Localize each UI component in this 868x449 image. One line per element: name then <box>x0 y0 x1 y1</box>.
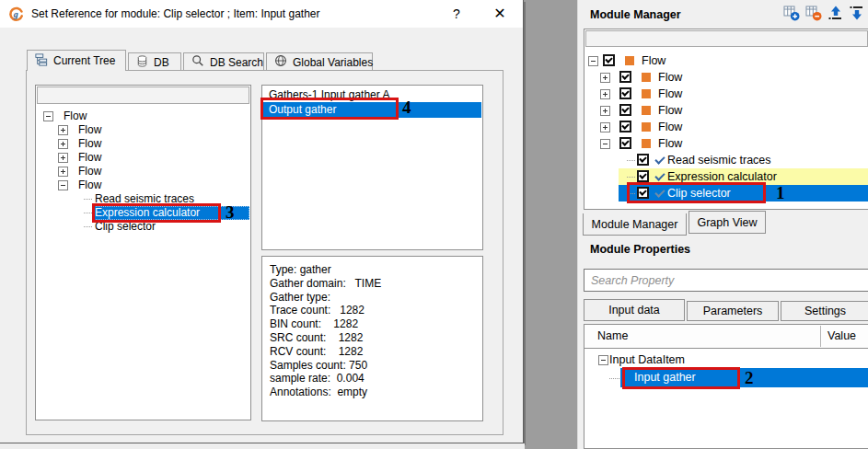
module-item-flow[interactable]: Flow <box>584 86 868 102</box>
info-line: SRC count: 1282 <box>270 331 482 345</box>
tab-module-manager[interactable]: Module Manager <box>583 213 687 236</box>
annotation-box-1 <box>627 182 766 203</box>
annotation-number-4: 4 <box>402 98 411 117</box>
remove-module-icon[interactable] <box>805 5 822 21</box>
tab-label: DB <box>154 56 169 69</box>
flow-icon <box>642 122 651 132</box>
module-manager-title: Module Manager <box>590 8 681 21</box>
tab-db[interactable]: DB <box>128 52 181 71</box>
annotation-number-1: 1 <box>776 184 785 202</box>
expand-icon[interactable] <box>58 153 68 163</box>
checkbox-checked[interactable] <box>619 137 631 149</box>
info-line: Type: gather <box>270 263 482 277</box>
tree-branch-line <box>84 213 92 213</box>
module-item-flow[interactable]: Flow <box>584 119 868 135</box>
tab-graph-view[interactable]: Graph View <box>689 211 766 234</box>
help-button[interactable]: ? <box>446 5 468 23</box>
collapse-icon[interactable] <box>600 139 610 149</box>
tab-db-search[interactable]: DB Search <box>183 52 264 71</box>
prop-table-rows: Input DataItemInput gather <box>584 348 868 448</box>
background-strip <box>0 443 525 449</box>
module-item-flow[interactable]: Flow <box>584 102 868 119</box>
checkbox-checked[interactable] <box>603 54 615 66</box>
module-item-label: Flow <box>658 119 682 135</box>
module-check-icon <box>654 155 665 165</box>
column-header-name: Name <box>597 329 628 342</box>
info-line: sample rate: 0.004 <box>270 372 482 386</box>
checkbox-checked[interactable] <box>619 71 631 83</box>
module-item-label: Flow <box>658 102 682 119</box>
expand-icon[interactable] <box>58 125 68 135</box>
tree-item-label: Flow <box>78 123 101 137</box>
info-line: Annotations: empty <box>270 386 482 399</box>
add-module-icon[interactable] <box>783 5 800 21</box>
module-item-flow[interactable]: Flow <box>584 52 868 69</box>
info-line: Gather type: <box>270 291 482 305</box>
annotation-box-2 <box>622 367 740 389</box>
expand-icon[interactable] <box>600 73 610 83</box>
tree-item-flow[interactable]: Flow <box>36 109 250 123</box>
module-item-label: Flow <box>658 135 682 152</box>
checkbox-checked[interactable] <box>619 87 631 99</box>
info-line: BIN count: 1282 <box>270 317 482 331</box>
tree-item-flow[interactable]: Flow <box>36 137 250 151</box>
expand-icon[interactable] <box>600 106 610 116</box>
tree-item-flow[interactable]: Flow <box>36 123 250 137</box>
annotation-number-2: 2 <box>745 369 754 387</box>
tree-item-label: Flow <box>78 151 101 165</box>
flow-icon <box>642 73 651 82</box>
module-item-label: Read seismic traces <box>667 152 771 168</box>
column-header-value: Value <box>827 329 856 342</box>
checkbox-checked[interactable] <box>619 121 631 132</box>
database-icon <box>136 55 148 70</box>
move-down-icon[interactable] <box>849 5 865 21</box>
checkbox-checked[interactable] <box>637 154 649 166</box>
tab-parameters[interactable]: Parameters <box>687 301 779 321</box>
expand-icon[interactable] <box>600 122 610 132</box>
expand-icon[interactable] <box>58 167 68 177</box>
tree-branch-line <box>627 160 635 161</box>
prop-item-input-dataitem[interactable]: Input DataItem <box>584 351 868 368</box>
collapse-icon[interactable] <box>588 56 598 66</box>
app-logo-icon: g <box>8 6 24 22</box>
module-tree-header-bar <box>585 30 868 47</box>
tab-input-data[interactable]: Input data <box>584 299 685 321</box>
tab-label: Settings <box>804 305 846 317</box>
module-item-flow[interactable]: Flow <box>584 69 868 86</box>
tab-label: Graph View <box>697 216 757 229</box>
collapse-icon[interactable] <box>43 111 53 121</box>
flow-icon <box>642 89 651 98</box>
checkbox-checked[interactable] <box>619 104 631 116</box>
module-item-flow[interactable]: Flow <box>584 135 868 152</box>
reference-tree: FlowFlowFlowFlowFlowFlowRead seismic tra… <box>35 85 251 420</box>
flow-icon <box>642 106 651 115</box>
column-separator[interactable] <box>820 326 821 347</box>
expand-icon[interactable] <box>600 89 610 99</box>
tab-label: Parameters <box>703 305 763 317</box>
tab-current-tree[interactable]: Current Tree <box>27 50 126 71</box>
tab-global-variables[interactable]: Global Variables <box>266 52 373 71</box>
tab-settings[interactable]: Settings <box>781 301 868 321</box>
info-line: Trace count: 1282 <box>270 304 482 317</box>
checkbox-checked[interactable] <box>637 170 649 182</box>
search-icon <box>191 54 204 70</box>
close-icon[interactable]: ✕ <box>488 4 512 24</box>
tab-label: Current Tree <box>53 54 115 67</box>
collapse-icon[interactable] <box>598 355 608 365</box>
flow-icon <box>642 139 651 148</box>
tree-item-flow[interactable]: Flow <box>36 165 250 178</box>
module-item-label: Flow <box>642 52 665 69</box>
tree-item-flow[interactable]: Flow <box>36 178 250 192</box>
tab-label: Input data <box>608 304 660 317</box>
tab-label: DB Search <box>210 56 263 69</box>
module-item-read-seismic-traces[interactable]: Read seismic traces <box>584 152 868 168</box>
collapse-icon[interactable] <box>58 180 68 190</box>
move-up-icon[interactable] <box>827 5 844 21</box>
tree-item-flow[interactable]: Flow <box>36 151 250 165</box>
set-reference-dialog: g Set Reference for module: Clip selecto… <box>0 0 524 443</box>
expand-icon[interactable] <box>58 139 68 149</box>
svg-text:g: g <box>13 9 18 19</box>
dialog-title: Set Reference for module: Clip selector … <box>31 7 320 20</box>
search-property-input[interactable] <box>584 269 868 292</box>
info-line: Samples count: 750 <box>270 359 482 373</box>
